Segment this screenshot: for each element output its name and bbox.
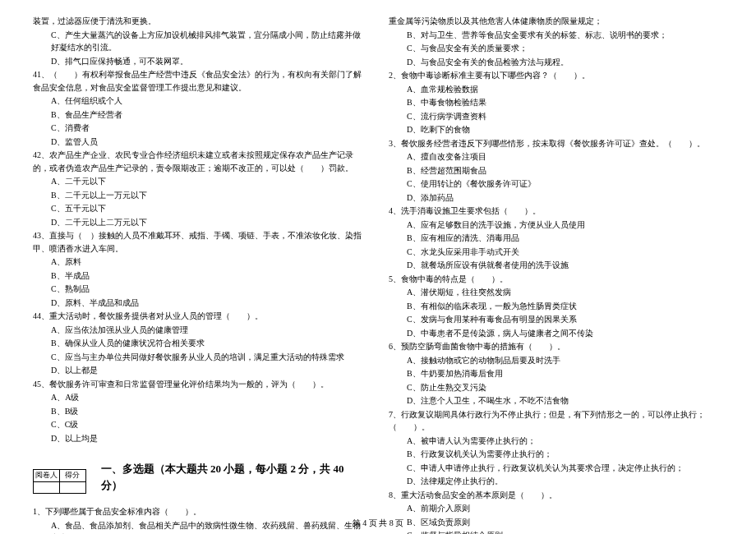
mq3-option-d: D、添加药品 (389, 191, 723, 205)
score-header-score: 得分 (59, 470, 85, 482)
mq5-option-a: A、潜伏期短，往往突然发病 (389, 286, 723, 299)
q41-option-b: B、食品生产经营者 (33, 108, 367, 122)
q45-option-a: A、A级 (33, 391, 367, 404)
mq6-option-d: D、注意个人卫生，不喝生水，不吃不洁食物 (389, 394, 723, 407)
mq2-option-b: B、中毒食物检验结果 (389, 96, 723, 109)
q42-option-d: D、二千元以上二万元以下 (33, 216, 367, 229)
mquestion-8-stem: 8、重大活动食品安全的基本原则是（ ）。 (389, 489, 723, 502)
mq2-option-d: D、吃剩下的食物 (389, 123, 723, 136)
question-42-stem: 42、农产品生产企业、农民专业合作经济组织未建立或者未按照规定保存农产品生产记录… (33, 149, 367, 174)
mq2-option-c: C、流行病学调查资料 (389, 110, 723, 123)
q45-option-c: C、C级 (33, 418, 367, 431)
mq6-option-a: A、接触动物或它的动物制品后要及时洗手 (389, 354, 723, 367)
mq7-option-c: C、申请人申请停止执行，行政复议机关认为其要求合理，决定停止执行的； (389, 462, 723, 475)
mquestion-2-stem: 2、食物中毒诊断标准主要有以下哪些内容？（ ）。 (389, 69, 723, 82)
mq8-option-a: A、前期介入原则 (389, 502, 723, 515)
q44-option-c: C、应当与主办单位共同做好餐饮服务从业人员的培训，满足重大活动的特殊需求 (33, 351, 367, 364)
q43-option-b: B、半成品 (33, 269, 367, 283)
q43-option-a: A、原料 (33, 255, 367, 269)
mq6-option-b: B、牛奶要加热消毒后食用 (389, 367, 723, 380)
mq4-option-c: C、水龙头应采用非手动式开关 (389, 246, 723, 259)
section-header-row: 阅卷人 得分 一、多选题（本大题共 20 小题，每小题 2 分，共 40 分） (33, 454, 367, 499)
mq7-option-b: B、行政复议机关认为需要停止执行的； (389, 448, 723, 461)
mq4-option-b: B、应有相应的清洗、消毒用品 (389, 232, 723, 245)
question-44-stem: 44、重大活动时，餐饮服务提供者对从业人员的管理（ ）。 (33, 310, 367, 323)
mquestion-4-stem: 4、洗手消毒设施卫生要求包括（ ）。 (389, 205, 723, 218)
mq6-option-c: C、防止生熟交叉污染 (389, 381, 723, 394)
two-column-layout: 装置，过滤器应便于清洗和更换。 C、产生大量蒸汽的设备上方应加设机械排风排气装置… (33, 15, 723, 534)
option-c: C、产生大量蒸汽的设备上方应加设机械排风排气装置，宜分隔成小间，防止结露并做好凝… (33, 29, 367, 54)
mq5-option-c: C、发病与食用某种有毒食品有明显的因果关系 (389, 313, 723, 326)
mq3-option-b: B、经营超范围期食品 (389, 164, 723, 177)
right-column: 重金属等污染物质以及其他危害人体健康物质的限量规定； B、对与卫生、营养等食品安… (389, 15, 723, 534)
q44-option-d: D、以上都是 (33, 364, 367, 377)
q45-option-b: B、B级 (33, 405, 367, 418)
mquestion-3-stem: 3、餐饮服务经营者违反下列哪些情形，按未取得《餐饮服务许可证》查处。（ ）。 (389, 137, 723, 150)
score-header-marker: 阅卷人 (34, 470, 60, 482)
q43-option-d: D、原料、半成品和成品 (33, 297, 367, 310)
q42-option-b: B、二千元以上一万元以下 (33, 189, 367, 202)
mquestion-6-stem: 6、预防空肠弯曲菌食物中毒的措施有（ ）。 (389, 340, 723, 353)
mquestion-1-stem: 1、下列哪些属于食品安全标准内容（ ）。 (33, 505, 367, 518)
mquestion-7-stem: 7、行政复议期间具体行政行为不停止执行；但是，有下列情形之一的，可以停止执行；（… (389, 408, 723, 434)
mq1-option-d: D、与食品安全有关的食品检验方法与规程。 (389, 56, 723, 69)
mq1-option-b: B、对与卫生、营养等食品安全要求有关的标签、标志、说明书的要求； (389, 29, 723, 42)
mq7-option-d: D、法律规定停止执行的。 (389, 475, 723, 488)
paragraph-continuation: 装置，过滤器应便于清洗和更换。 (33, 15, 367, 28)
q44-option-a: A、应当依法加强从业人员的健康管理 (33, 324, 367, 337)
q45-option-d: D、以上均是 (33, 432, 367, 445)
mq8-option-c: C、监督与指导相结合原则 (389, 529, 723, 534)
mq5-option-d: D、中毒患者不是传染源，病人与健康者之间不传染 (389, 327, 723, 340)
option-d: D、排气口应保持畅通，可不装网罩。 (33, 55, 367, 68)
mq1-option-a-cont: 重金属等污染物质以及其他危害人体健康物质的限量规定； (389, 15, 723, 28)
score-cell-empty (34, 482, 60, 494)
q41-option-a: A、任何组织或个人 (33, 94, 367, 108)
multi-choice-section-title: 一、多选题（本大题共 20 小题，每小题 2 分，共 40 分） (101, 461, 367, 494)
q43-option-c: C、熟制品 (33, 283, 367, 296)
page-footer: 第 4 页 共 8 页 (0, 518, 756, 529)
score-cell-empty (59, 482, 85, 494)
left-column: 装置，过滤器应便于清洗和更换。 C、产生大量蒸汽的设备上方应加设机械排风排气装置… (33, 15, 367, 534)
mq4-option-a: A、应有足够数目的洗手设施，方便从业人员使用 (389, 219, 723, 232)
question-43-stem: 43、直接与（ ）接触的人员不准戴耳环、戒指、手镯、项链、手表，不准浓妆化妆、染… (33, 229, 367, 255)
mq2-option-a: A、血常规检验数据 (389, 83, 723, 96)
q42-option-a: A、二千元以下 (33, 175, 367, 188)
mq5-option-b: B、有相似的临床表现，一般为急性肠胃类症状 (389, 300, 723, 313)
mq3-option-a: A、擅自改变备注项目 (389, 150, 723, 163)
mquestion-5-stem: 5、食物中毒的特点是（ ）。 (389, 273, 723, 286)
question-45-stem: 45、餐饮服务许可审查和日常监督管理量化评价结果均为一般的，评为（ ）。 (33, 378, 367, 391)
mq4-option-d: D、就餐场所应设有供就餐者使用的洗手设施 (389, 259, 723, 272)
score-table: 阅卷人 得分 (33, 469, 86, 494)
mq7-option-a: A、被申请人认为需要停止执行的； (389, 435, 723, 448)
mq3-option-c: C、使用转让的《餐饮服务许可证》 (389, 177, 723, 191)
q41-option-c: C、消费者 (33, 122, 367, 135)
q44-option-b: B、确保从业人员的健康状况符合相关要求 (33, 337, 367, 350)
mq1-option-c: C、与食品安全有关的质量要求； (389, 42, 723, 55)
q41-option-d: D、监管人员 (33, 136, 367, 149)
question-41-stem: 41、（ ）有权利举报食品生产经营中违反《食品安全法》的行为，有权向有关部门了解… (33, 68, 367, 94)
q42-option-c: C、五千元以下 (33, 202, 367, 215)
